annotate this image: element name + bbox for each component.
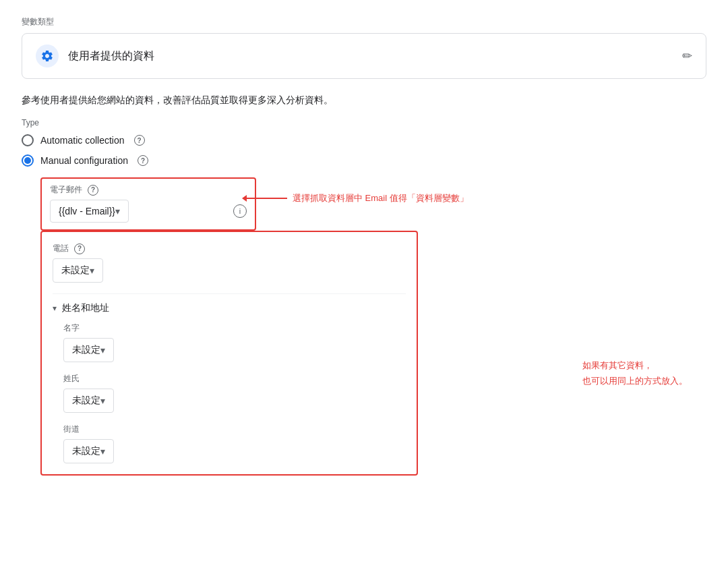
first-name-label-row: 名字: [63, 322, 406, 334]
arrow-head: [242, 195, 247, 202]
arrow-container: 選擇抓取資料層中 Email 值得「資料層變數」: [247, 192, 468, 204]
street-value: 未設定: [72, 445, 100, 457]
phone-dropdown-wrapper: 未設定 ▾: [53, 258, 406, 283]
email-annotation-container: 電子郵件 ? {{dlv - Email}} ▾ i: [22, 177, 706, 231]
help-icon-manual[interactable]: ?: [138, 155, 148, 166]
info-icon-label: i: [239, 207, 241, 215]
red-border-section: 電話 ? 未設定 ▾ ▾ 姓名和地址: [40, 231, 418, 476]
section-label: 變數類型: [22, 16, 706, 28]
help-icon-email[interactable]: ?: [88, 185, 98, 196]
phone-label-row: 電話 ?: [53, 243, 406, 254]
edit-icon[interactable]: ✏: [682, 49, 692, 63]
email-dropdown[interactable]: {{dlv - Email}} ▾: [50, 200, 129, 223]
email-label-row: 電子郵件 ?: [50, 184, 247, 196]
email-field-container: 電子郵件 ? {{dlv - Email}} ▾ i: [40, 177, 256, 231]
radio-automatic[interactable]: Automatic collection ?: [22, 134, 706, 146]
first-name-dropdown[interactable]: 未設定 ▾: [63, 338, 114, 362]
street-label-row: 街道: [63, 424, 406, 435]
phone-value: 未設定: [61, 264, 90, 277]
variable-type-header-left: 使用者提供的資料: [36, 45, 154, 67]
street-dropdown-wrapper: 未設定 ▾: [63, 439, 406, 463]
email-annotation: 選擇抓取資料層中 Email 值得「資料層變數」: [247, 192, 468, 204]
annotation-text: 選擇抓取資料層中 Email 值得「資料層變數」: [293, 192, 468, 204]
arrow-line: [247, 198, 287, 199]
radio-manual[interactable]: Manual configuration ?: [22, 154, 706, 167]
right-annotation: 如果有其它資料， 也可以用同上的方式放入。: [582, 358, 688, 389]
street-arrow: ▾: [100, 446, 105, 457]
radio-circle-manual: [22, 154, 34, 167]
first-name-dropdown-wrapper: 未設定 ▾: [63, 338, 406, 362]
gear-icon: [36, 45, 59, 67]
radio-label-automatic: Automatic collection: [40, 135, 125, 146]
name-address-header[interactable]: ▾ 姓名和地址: [53, 302, 406, 314]
manual-config-section: 電子郵件 ? {{dlv - Email}} ▾ i: [22, 177, 706, 476]
right-annotation-line2: 也可以用同上的方式放入。: [582, 373, 688, 389]
last-name-dropdown[interactable]: 未設定 ▾: [63, 389, 114, 413]
type-label: Type: [22, 118, 706, 127]
page-container: 變數類型 使用者提供的資料 ✏ 參考使用者提供給您網站的資料，改善評估品質並取得…: [0, 0, 728, 572]
street-field: 街道 未設定 ▾: [63, 424, 406, 463]
chevron-down-icon: ▾: [53, 304, 57, 313]
variable-type-title: 使用者提供的資料: [68, 49, 154, 63]
last-name-value: 未設定: [72, 395, 100, 407]
description-text: 參考使用者提供給您網站的資料，改善評估品質並取得更多深入分析資料。: [22, 92, 706, 107]
phone-dropdown[interactable]: 未設定 ▾: [53, 258, 103, 283]
email-dropdown-wrapper: {{dlv - Email}} ▾: [50, 200, 228, 223]
first-name-value: 未設定: [72, 344, 100, 356]
last-name-arrow: ▾: [100, 395, 105, 406]
nested-fields: 名字 未設定 ▾ 姓氏: [63, 322, 406, 463]
street-label: 街道: [63, 424, 80, 435]
radio-circle-automatic: [22, 134, 34, 146]
email-label: 電子郵件: [50, 184, 82, 196]
last-name-label: 姓氏: [63, 373, 80, 384]
email-dropdown-row: {{dlv - Email}} ▾ i: [50, 200, 247, 223]
info-icon-email[interactable]: i: [233, 204, 247, 218]
phone-label: 電話: [53, 243, 69, 254]
help-icon-phone[interactable]: ?: [74, 244, 85, 254]
variable-type-header: 使用者提供的資料 ✏: [22, 33, 706, 79]
last-name-label-row: 姓氏: [63, 373, 406, 384]
first-name-arrow: ▾: [100, 345, 105, 355]
radio-group: Automatic collection ? Manual configurat…: [22, 134, 706, 167]
phone-field: 電話 ? 未設定 ▾: [53, 243, 406, 283]
section-divider: [53, 293, 406, 294]
red-border-outer: 電話 ? 未設定 ▾ ▾ 姓名和地址: [22, 231, 706, 476]
last-name-dropdown-wrapper: 未設定 ▾: [63, 389, 406, 413]
help-icon-automatic[interactable]: ?: [134, 135, 145, 146]
street-dropdown[interactable]: 未設定 ▾: [63, 439, 114, 463]
name-address-group: ▾ 姓名和地址 名字 未設定 ▾: [53, 302, 406, 463]
right-annotation-line1: 如果有其它資料，: [582, 358, 688, 373]
first-name-label: 名字: [63, 322, 80, 334]
last-name-field: 姓氏 未設定 ▾: [63, 373, 406, 413]
name-address-label: 姓名和地址: [62, 302, 109, 314]
email-value: {{dlv - Email}}: [59, 206, 115, 217]
gear-svg: [40, 49, 54, 63]
radio-label-manual: Manual configuration: [40, 155, 128, 166]
first-name-field: 名字 未設定 ▾: [63, 322, 406, 362]
phone-dropdown-arrow: ▾: [90, 265, 94, 276]
email-dropdown-arrow: ▾: [115, 206, 120, 217]
